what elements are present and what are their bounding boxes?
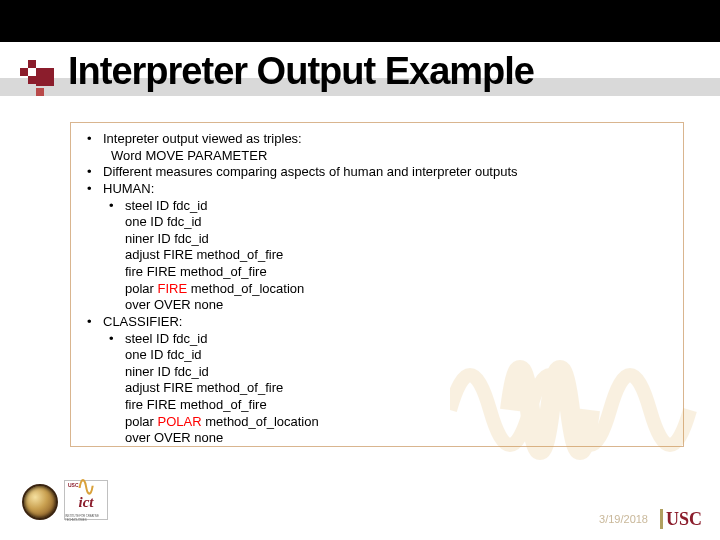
bullet-item: Intepreter output viewed as triples: xyxy=(81,131,673,148)
sub-bullet-item: steel ID fdc_id xyxy=(81,198,673,215)
data-line: one ID fdc_id xyxy=(81,347,673,364)
text-span: method_of_location xyxy=(202,414,319,429)
data-line: fire FIRE method_of_fire xyxy=(81,397,673,414)
data-line: niner ID fdc_id xyxy=(81,364,673,381)
bullet-text: HUMAN: xyxy=(103,181,154,196)
bullet-item: HUMAN: xyxy=(81,181,673,198)
top-black-bar xyxy=(0,0,720,42)
bullet-item: Different measures comparing aspects of … xyxy=(81,164,673,181)
data-line: polar POLAR method_of_location xyxy=(81,414,673,431)
bullet-text: steel ID fdc_id xyxy=(125,331,207,346)
bullet-text: Intepreter output viewed as triples: xyxy=(103,131,302,146)
highlight-span: FIRE xyxy=(158,281,188,296)
text-span: polar xyxy=(125,281,158,296)
data-line: adjust FIRE method_of_fire xyxy=(81,380,673,397)
text-span: method_of_location xyxy=(187,281,304,296)
highlight-span: POLAR xyxy=(158,414,202,429)
bullet-item: CLASSIFIER: xyxy=(81,314,673,331)
data-line: over OVER none xyxy=(81,297,673,314)
text-span: polar xyxy=(125,414,158,429)
bullet-subline: Word MOVE PARAMETER xyxy=(81,148,673,165)
data-line: over OVER none xyxy=(81,430,673,447)
usc-logo: USC xyxy=(660,508,702,530)
ict-logo: USC ∿ ict INSTITUTE FOR CREATIVE TECHNOL… xyxy=(64,480,108,520)
data-line: one ID fdc_id xyxy=(81,214,673,231)
left-badges: USC ∿ ict INSTITUTE FOR CREATIVE TECHNOL… xyxy=(22,480,108,520)
seal-icon xyxy=(22,484,58,520)
checker-icon xyxy=(20,60,56,96)
data-line: adjust FIRE method_of_fire xyxy=(81,247,673,264)
sub-bullet-item: steel ID fdc_id xyxy=(81,331,673,348)
data-line: fire FIRE method_of_fire xyxy=(81,264,673,281)
footer: 3/19/2018 USC xyxy=(599,508,702,530)
bullet-text: steel ID fdc_id xyxy=(125,198,207,213)
ict-subtitle: INSTITUTE FOR CREATIVE TECHNOLOGIES xyxy=(65,514,107,522)
data-line: polar FIRE method_of_location xyxy=(81,281,673,298)
ict-text: ict xyxy=(79,494,94,511)
header-area: Interpreter Output Example xyxy=(0,50,720,108)
bullet-text: Different measures comparing aspects of … xyxy=(103,164,518,179)
bullet-list: Intepreter output viewed as triples: Wor… xyxy=(81,131,673,447)
data-line: niner ID fdc_id xyxy=(81,231,673,248)
usc-text: USC xyxy=(666,509,702,530)
content-box: Intepreter output viewed as triples: Wor… xyxy=(70,122,684,447)
usc-bar-icon xyxy=(660,509,663,529)
bullet-text: CLASSIFIER: xyxy=(103,314,182,329)
slide-date: 3/19/2018 xyxy=(599,513,648,525)
slide-title: Interpreter Output Example xyxy=(68,50,534,93)
